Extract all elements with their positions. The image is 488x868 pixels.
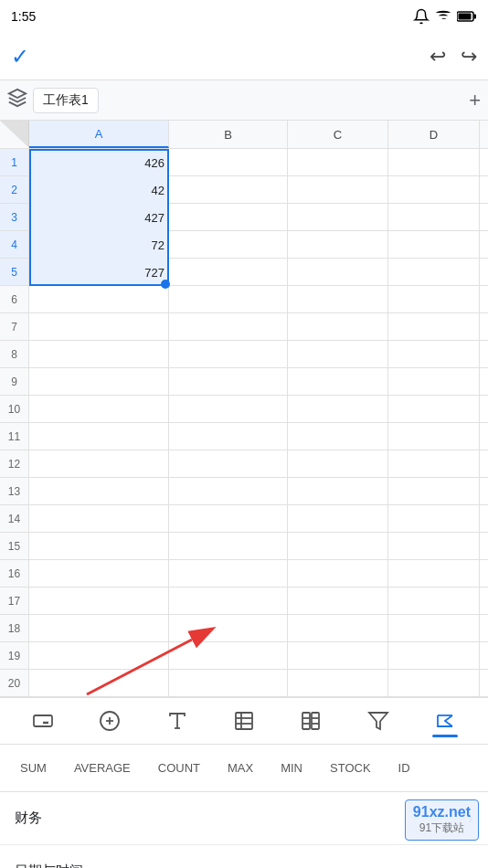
- cell-a2[interactable]: 42: [29, 176, 169, 204]
- cell-c1[interactable]: [288, 149, 388, 176]
- col-header-b[interactable]: B: [169, 121, 288, 148]
- cell-a5[interactable]: 727: [29, 259, 169, 286]
- table-row: 1 426: [0, 149, 488, 176]
- filter-icon[interactable]: [367, 710, 389, 732]
- column-headers: A B C D: [0, 121, 488, 149]
- cell-d4[interactable]: [388, 231, 480, 259]
- watermark-site: 91下载站: [419, 820, 464, 836]
- redo-button[interactable]: ↪: [461, 45, 477, 69]
- grid-rows: 1 426 2 42 3 427 4 72: [0, 149, 488, 697]
- row-num-17: 17: [0, 587, 29, 614]
- tab-min[interactable]: MIN: [268, 754, 315, 782]
- svg-marker-27: [369, 713, 387, 729]
- status-icons: [413, 8, 477, 25]
- svg-marker-3: [9, 90, 26, 98]
- sheet-name[interactable]: 工作表1: [33, 88, 99, 113]
- category-datetime[interactable]: 日期与时间 ›: [0, 845, 488, 868]
- row-num-15: 15: [0, 533, 29, 559]
- row-num-20: 20: [0, 670, 29, 696]
- svg-rect-21: [302, 713, 310, 729]
- top-toolbar: ✓ ↩ ↪: [0, 33, 488, 80]
- cell-c3[interactable]: [288, 204, 388, 231]
- selection-handle[interactable]: [161, 280, 170, 289]
- row-num-18: 18: [0, 615, 29, 641]
- row-num-14: 14: [0, 505, 29, 532]
- table-row: 5 727: [0, 259, 488, 286]
- tab-count[interactable]: COUNT: [145, 754, 213, 782]
- row-num-4: 4: [0, 231, 29, 258]
- row-num-11: 11: [0, 423, 29, 450]
- row-num-6: 6: [0, 286, 29, 312]
- row-num-5: 5: [0, 259, 29, 285]
- layers-icon: [7, 88, 27, 112]
- row-num-19: 19: [0, 642, 29, 669]
- row-num-16: 16: [0, 560, 29, 587]
- table-icon[interactable]: [233, 710, 255, 732]
- cell-b1[interactable]: [169, 149, 288, 176]
- tab-stock[interactable]: STOCK: [317, 754, 384, 782]
- cell-a1[interactable]: 426: [29, 149, 169, 176]
- status-time: 1:55: [11, 9, 36, 24]
- table-row: 14: [0, 505, 488, 533]
- undo-button[interactable]: ↩: [430, 45, 446, 69]
- table-row: 9: [0, 368, 488, 396]
- table-row: 20: [0, 670, 488, 697]
- col-header-c[interactable]: C: [288, 121, 388, 148]
- sheet-tab-group: 工作表1: [7, 88, 99, 113]
- table-row: 8: [0, 341, 488, 368]
- col-header-a[interactable]: A: [29, 121, 169, 148]
- tab-bar: 工作表1 +: [0, 80, 488, 121]
- cell-a4[interactable]: 72: [29, 231, 169, 259]
- svg-rect-1: [474, 15, 477, 19]
- watermark: 91xz.net 91下载站: [405, 799, 479, 841]
- keyboard-icon[interactable]: [32, 710, 54, 732]
- tab-sum[interactable]: SUM: [7, 754, 59, 782]
- svg-rect-22: [312, 713, 319, 729]
- cell-d3[interactable]: [388, 204, 480, 231]
- cell-c2[interactable]: [288, 176, 388, 204]
- tab-max[interactable]: MAX: [215, 754, 266, 782]
- sum-icon[interactable]: [434, 710, 456, 732]
- table-row: 13: [0, 478, 488, 505]
- table-row: 15: [0, 533, 488, 560]
- table-row: 19: [0, 642, 488, 670]
- table-split-icon[interactable]: [300, 710, 322, 732]
- text-format-icon[interactable]: [166, 710, 188, 732]
- row-num-7: 7: [0, 313, 29, 340]
- cell-a3[interactable]: 427: [29, 204, 169, 231]
- table-row: 11: [0, 423, 488, 450]
- table-row: 6: [0, 286, 488, 313]
- tab-id[interactable]: ID: [386, 754, 423, 782]
- table-row: 7: [0, 313, 488, 341]
- table-row: 3 427: [0, 204, 488, 231]
- status-bar: 1:55: [0, 0, 488, 33]
- checkmark-button[interactable]: ✓: [11, 44, 29, 69]
- cell-b5[interactable]: [169, 259, 288, 286]
- table-row: 16: [0, 560, 488, 587]
- category-datetime-label: 日期与时间: [15, 863, 83, 868]
- cell-d5[interactable]: [388, 259, 480, 286]
- cell-a6[interactable]: [29, 286, 169, 313]
- cell-d2[interactable]: [388, 176, 480, 204]
- row-num-1: 1: [0, 149, 29, 175]
- table-row: 18: [0, 615, 488, 642]
- cell-b2[interactable]: [169, 176, 288, 204]
- svg-rect-5: [34, 715, 52, 726]
- undo-redo-group: ↩ ↪: [430, 45, 477, 69]
- table-row: 4 72: [0, 231, 488, 259]
- cell-c4[interactable]: [288, 231, 388, 259]
- cell-c5[interactable]: [288, 259, 388, 286]
- tab-average[interactable]: AVERAGE: [61, 754, 143, 782]
- row-num-2: 2: [0, 176, 29, 203]
- add-function-icon[interactable]: [99, 710, 121, 732]
- cell-b3[interactable]: [169, 204, 288, 231]
- cell-b4[interactable]: [169, 231, 288, 259]
- table-row: 10: [0, 396, 488, 423]
- add-sheet-button[interactable]: +: [469, 89, 481, 112]
- row-num-8: 8: [0, 341, 29, 367]
- category-finance-label: 财务: [15, 810, 42, 827]
- watermark-url: 91xz.net: [413, 804, 471, 820]
- col-header-d[interactable]: D: [388, 121, 480, 148]
- cell-d1[interactable]: [388, 149, 480, 176]
- table-row: 12: [0, 450, 488, 478]
